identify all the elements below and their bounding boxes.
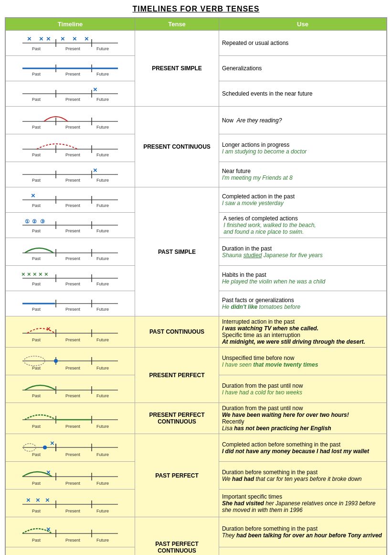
- timeline-cell: × Past Present Future: [5, 162, 135, 187]
- svg-text:×: ×: [93, 166, 97, 174]
- use-cell: Past facts or generalizations He didn't …: [219, 291, 387, 316]
- use-cell: Completed action before something in the…: [219, 434, 387, 462]
- svg-text:Present: Present: [65, 178, 81, 183]
- use-cell: A series of completed actions I finished…: [219, 213, 387, 238]
- svg-text:Present: Present: [65, 337, 81, 342]
- header-tense: Tense: [135, 18, 219, 31]
- svg-text:Past: Past: [32, 538, 41, 543]
- timeline-cell: Past Present Future: [5, 56, 135, 81]
- table-row: Past Present Future PRESENT PERFECT CONT…: [5, 403, 387, 434]
- svg-text:Future: Future: [96, 481, 109, 486]
- svg-text:Future: Future: [96, 509, 109, 513]
- svg-text:×: ×: [50, 439, 54, 447]
- svg-text:×: ×: [27, 271, 31, 278]
- svg-text:②: ②: [32, 218, 37, 224]
- svg-text:Present: Present: [65, 366, 81, 370]
- svg-text:Present: Present: [65, 509, 81, 513]
- tense-past-perfect: PAST PERFECT: [135, 434, 219, 517]
- svg-text:Past: Past: [32, 125, 41, 130]
- use-cell: Habits in the past He played the violin …: [219, 266, 387, 291]
- use-cell: Duration before something in the past Th…: [219, 517, 387, 547]
- timeline-cell: Past Present Future: [5, 375, 135, 403]
- svg-text:Past: Past: [32, 366, 41, 370]
- svg-text:Past: Past: [32, 229, 41, 233]
- table-row: × Past Present Future PAST PERFECT Compl…: [5, 434, 387, 462]
- use-cell: Duration before something in the past We…: [219, 462, 387, 490]
- tense-past-simple: PAST SIMPLE: [135, 187, 219, 316]
- svg-text:×: ×: [45, 496, 50, 504]
- svg-text:Past: Past: [32, 282, 41, 286]
- svg-text:Past: Past: [32, 452, 41, 457]
- use-cell: Duration from the past until now We have…: [219, 403, 387, 434]
- svg-text:Future: Future: [96, 203, 109, 208]
- timeline-cell: Past Present Future: [5, 238, 135, 266]
- timeline-cell: × Past Present Future: [5, 462, 135, 490]
- tense-present-simple: PRESENT SIMPLE: [135, 31, 219, 107]
- svg-text:Present: Present: [65, 229, 81, 233]
- tense-past-perfect-continuous: PAST PERFECT CONTINUOUS: [135, 517, 219, 555]
- svg-text:×: ×: [46, 468, 51, 476]
- svg-text:Future: Future: [96, 125, 109, 130]
- svg-text:Present: Present: [65, 72, 81, 76]
- svg-text:×: ×: [46, 34, 51, 43]
- svg-text:×: ×: [46, 325, 51, 333]
- use-cell: Near future I'm meeting my Friends at 8: [219, 162, 387, 187]
- use-cell: Unspecified time before now I have seen …: [219, 348, 387, 375]
- svg-text:Future: Future: [96, 282, 109, 286]
- svg-text:Past: Past: [32, 72, 41, 76]
- svg-text:Present: Present: [65, 393, 81, 398]
- timeline-cell: Past Present Future: [5, 348, 135, 375]
- use-cell: Generalizations: [219, 56, 387, 81]
- svg-text:Past: Past: [32, 307, 41, 312]
- svg-text:Future: Future: [96, 46, 109, 51]
- svg-text:Future: Future: [96, 97, 109, 102]
- tenses-table: Timeline Tense Use × × × × × × Past P: [5, 17, 387, 555]
- timeline-cell: Past Present Future: [5, 134, 135, 162]
- svg-text:Future: Future: [96, 178, 109, 183]
- timeline-cell: × Past Present Future: [5, 517, 135, 547]
- svg-text:×: ×: [39, 271, 42, 278]
- timeline-cell: × Past Present Future: [5, 434, 135, 462]
- table-row: × Past Present Future PAST CONTINUOUS In…: [5, 316, 387, 348]
- svg-text:×: ×: [93, 85, 97, 93]
- svg-text:×: ×: [85, 34, 89, 43]
- svg-text:Past: Past: [32, 509, 41, 513]
- svg-text:×: ×: [73, 34, 77, 43]
- svg-text:Past: Past: [32, 152, 41, 157]
- svg-text:Present: Present: [65, 97, 81, 102]
- timeline-cell: Past Present Future: [5, 291, 135, 316]
- svg-text:×: ×: [39, 34, 43, 43]
- use-cell: Cause of something in the past Jason was…: [219, 547, 387, 555]
- svg-text:Past: Past: [32, 203, 41, 208]
- use-cell: Completed action in the past I saw a mov…: [219, 187, 387, 213]
- svg-point-117: [43, 446, 47, 449]
- svg-text:×: ×: [33, 271, 37, 278]
- header-timeline: Timeline: [5, 18, 135, 31]
- use-cell: Important specific times She had visited…: [219, 490, 387, 517]
- table-row: Past Present Future PRESENT CONTINUOUS N…: [5, 107, 387, 134]
- tense-present-perfect: PRESENT PERFECT: [135, 348, 219, 403]
- svg-text:Present: Present: [65, 481, 81, 486]
- svg-text:Present: Present: [65, 152, 81, 157]
- table-row: × Past Present Future PAST PERFECT CONTI…: [5, 517, 387, 547]
- svg-point-96: [54, 359, 58, 363]
- svg-text:×: ×: [61, 34, 65, 43]
- svg-text:Future: Future: [96, 393, 109, 398]
- table-row: Past Present Future PRESENT PERFECT Unsp…: [5, 348, 387, 375]
- tense-past-continuous: PAST CONTINUOUS: [135, 316, 219, 348]
- svg-text:Future: Future: [96, 424, 109, 429]
- svg-text:Future: Future: [96, 72, 109, 76]
- svg-text:Future: Future: [96, 307, 109, 312]
- page-title: TIMELINES FOR VERB TENSES: [5, 5, 387, 13]
- use-cell: Longer actions in progress I am studying…: [219, 134, 387, 162]
- svg-text:×: ×: [36, 496, 40, 504]
- svg-text:×: ×: [26, 496, 31, 504]
- timeline-cell: × Past Present Future: [5, 316, 135, 348]
- svg-text:Present: Present: [65, 256, 81, 261]
- svg-text:Future: Future: [96, 229, 109, 233]
- svg-text:Future: Future: [96, 256, 109, 261]
- svg-text:×: ×: [46, 525, 51, 533]
- tense-present-continuous: PRESENT CONTINUOUS: [135, 107, 219, 187]
- svg-text:Present: Present: [65, 203, 81, 208]
- svg-text:Present: Present: [65, 46, 81, 51]
